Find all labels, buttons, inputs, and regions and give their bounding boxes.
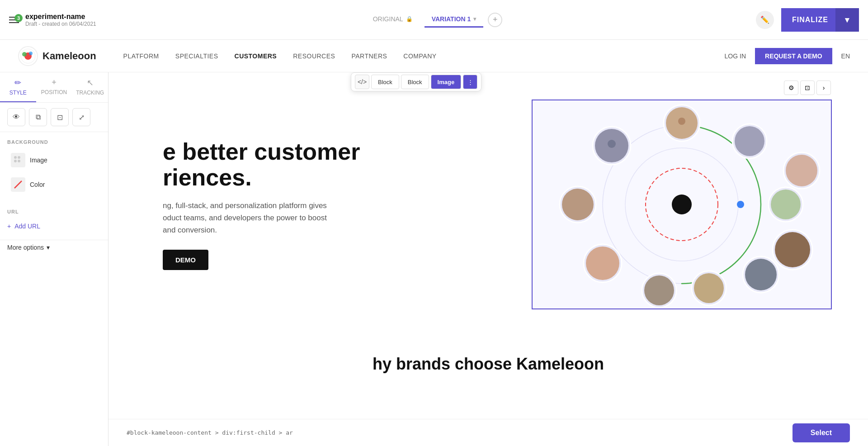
svg-point-3 [29, 52, 33, 55]
top-bar-right: ✏️ FINALIZE ▾ [723, 8, 859, 32]
nav-partners[interactable]: PARTNERS [351, 52, 387, 60]
lock-icon: 🔒 [406, 16, 413, 22]
more-icon: ⋮ [467, 79, 473, 85]
experiment-draft: Draft - created on 06/04/2021 [25, 21, 96, 27]
fullscreen-icon: ⤢ [79, 113, 85, 122]
site-nav-right: LOG IN REQUEST A DEMO EN [725, 48, 850, 64]
finalize-chevron-icon: ▾ [835, 8, 859, 32]
add-variation-button[interactable]: + [488, 13, 502, 27]
position-icon: + [52, 78, 57, 87]
svg-point-36 [678, 118, 685, 125]
bg-image-option[interactable]: Image [7, 150, 101, 170]
breadcrumb: #block-kameleoon-content > div:first-chi… [127, 429, 293, 436]
chevron-down-icon: ▾ [47, 244, 50, 251]
edit-button[interactable]: ✏️ [756, 11, 774, 29]
site-nav-links: PLATFORM SPECIALTIES CUSTOMERS RESOURCES… [123, 52, 725, 60]
color-option-label: Color [30, 181, 45, 188]
svg-point-12 [672, 195, 692, 214]
nav-resources[interactable]: RESOURCES [293, 52, 335, 60]
svg-point-29 [586, 247, 619, 280]
tab-style[interactable]: ✏ STYLE [0, 72, 36, 102]
image-expand-button[interactable]: ⊡ [800, 81, 815, 95]
hero-cta-button[interactable]: DEMO [163, 250, 208, 270]
back-code-icon: </> [358, 78, 367, 85]
top-bar: 3 experiment-name Draft - created on 06/… [0, 0, 868, 40]
request-demo-button[interactable]: REQUEST A DEMO [755, 48, 832, 64]
login-link[interactable]: LOG IN [725, 52, 746, 60]
hero-section: e better customer riences. ng, full-stac… [108, 72, 868, 337]
svg-point-7 [18, 160, 20, 162]
website-area: </> Block Block Image ⋮ e better custome… [108, 72, 868, 446]
svg-line-8 [14, 181, 22, 188]
add-url-button[interactable]: + Add URL [7, 220, 101, 232]
svg-point-5 [18, 156, 20, 159]
bg-color-option[interactable]: Color [7, 175, 101, 195]
svg-point-2 [22, 52, 27, 57]
top-bar-center: ORIGINAL 🔒 VARIATION 1 ▾ + [145, 12, 723, 28]
eye-button[interactable]: 👁 [7, 108, 25, 126]
tracking-icon: ↖ [87, 78, 94, 88]
finalize-button[interactable]: FINALIZE ▾ [781, 8, 859, 32]
svg-point-27 [562, 189, 594, 220]
svg-point-23 [771, 190, 801, 219]
nav-customers[interactable]: CUSTOMERS [235, 52, 277, 60]
image-settings-button[interactable]: ⚙ [784, 81, 798, 95]
floating-toolbar: </> Block Block Image ⋮ [351, 72, 481, 91]
experiment-info: experiment-name Draft - created on 06/04… [25, 13, 96, 27]
background-section: BACKGROUND Image [0, 132, 108, 202]
svg-point-33 [694, 273, 724, 303]
toolbar-block2-button[interactable]: Block [401, 75, 429, 89]
svg-point-13 [737, 201, 744, 208]
crop-icon: ⊡ [57, 113, 63, 122]
toolbar-block1-button[interactable]: Block [371, 75, 399, 89]
background-title: BACKGROUND [7, 139, 101, 145]
crop-button[interactable]: ⊡ [51, 108, 69, 126]
circle-graphic [533, 100, 831, 308]
color-option-icon [11, 177, 25, 192]
svg-point-19 [786, 155, 817, 186]
panel-tabs: ✏ STYLE + POSITION ↖ TRACKING [0, 72, 108, 103]
hero-heading: e better customer riences. [163, 139, 505, 190]
logo-icon [18, 46, 38, 66]
select-button[interactable]: Select [793, 423, 850, 442]
settings-icon: ⚙ [788, 84, 794, 91]
tab-tracking[interactable]: ↖ TRACKING [72, 72, 108, 102]
copy-icon: ⧉ [36, 113, 41, 121]
tab-variation1[interactable]: VARIATION 1 ▾ [425, 12, 484, 28]
nav-platform[interactable]: PLATFORM [123, 52, 159, 60]
image-next-button[interactable]: › [816, 81, 831, 95]
eye-icon: 👁 [13, 113, 20, 121]
image-controls: ⚙ ⊡ › [784, 81, 831, 95]
finalize-label: FINALIZE [792, 16, 835, 24]
copy-button[interactable]: ⧉ [29, 108, 47, 126]
nav-company[interactable]: COMPANY [403, 52, 436, 60]
expand-icon: ⊡ [805, 84, 810, 91]
site-logo[interactable]: Kameleoon [18, 46, 96, 66]
cta-label: DEMO [175, 256, 196, 264]
fullscreen-button[interactable]: ⤢ [72, 108, 90, 126]
svg-point-17 [735, 126, 764, 156]
chevron-right-icon: › [823, 84, 825, 91]
hero-text: e better customer riences. ng, full-stac… [145, 139, 505, 270]
language-selector[interactable]: EN [841, 52, 850, 60]
top-bar-left: 3 experiment-name Draft - created on 06/… [9, 13, 145, 27]
style-icon: ✏ [14, 78, 21, 88]
diagram-svg [533, 100, 831, 308]
tab-position[interactable]: + POSITION [36, 72, 72, 102]
more-options-button[interactable]: More options ▾ [0, 240, 108, 255]
tab-original[interactable]: ORIGINAL 🔒 [366, 12, 420, 28]
hero-image-area[interactable]: ⚙ ⊡ › [532, 100, 832, 309]
hamburger-menu[interactable]: 3 [9, 17, 19, 23]
image-option-icon [11, 153, 25, 167]
notification-badge: 3 [14, 14, 23, 22]
svg-point-31 [644, 275, 674, 305]
toolbar-image-button[interactable]: Image [431, 75, 462, 89]
plus-icon: + [7, 223, 11, 230]
experiment-name: experiment-name [25, 13, 96, 21]
bottom-bar: #block-kameleoon-content > div:first-chi… [108, 419, 868, 446]
toolbar-more-button[interactable]: ⋮ [463, 75, 477, 89]
toolbar-back-button[interactable]: </> [355, 75, 369, 89]
image-option-label: Image [30, 157, 47, 164]
url-title: URL [7, 209, 101, 214]
nav-specialties[interactable]: SPECIALTIES [175, 52, 218, 60]
